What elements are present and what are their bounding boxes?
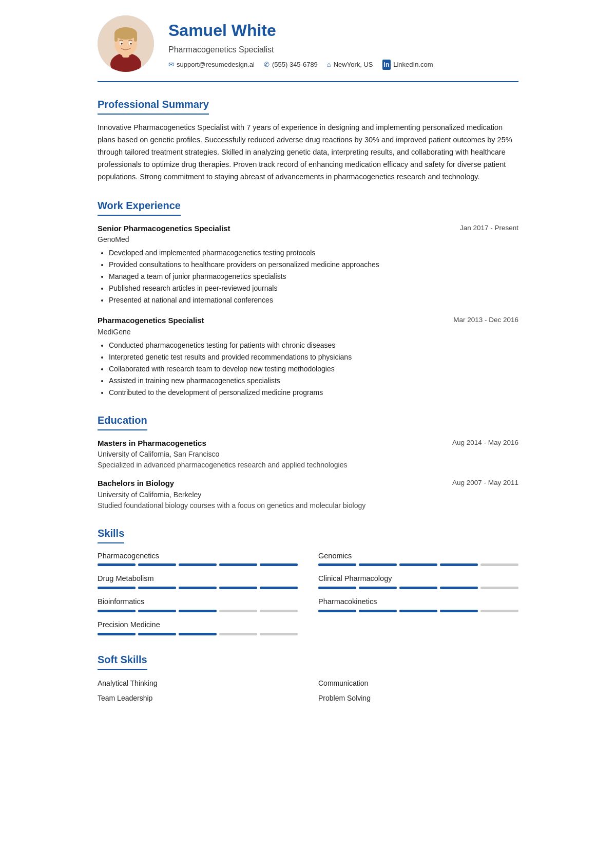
skill-segment	[138, 633, 176, 635]
bullet-item: Interpreted genetic test results and pro…	[109, 352, 518, 363]
skill-bar-5	[318, 610, 518, 612]
education-section: Education Masters in Pharmacogenetics Au…	[98, 412, 518, 511]
edu-school-1: University of California, Berkeley	[98, 490, 518, 500]
soft-skill-item-1: Communication	[318, 677, 518, 690]
job-title-0: Senior Pharmacogenetics Specialist	[98, 223, 230, 235]
phone-icon: ✆	[264, 60, 270, 70]
skill-segment	[440, 610, 478, 612]
bullet-item: Conducted pharmacogenetics testing for p…	[109, 340, 518, 351]
skill-name-1: Genomics	[318, 551, 518, 562]
soft-skill-item-0: Analytical Thinking	[98, 677, 298, 690]
bullet-item: Provided consultations to healthcare pro…	[109, 259, 518, 270]
bullet-item: Developed and implemented pharmacogeneti…	[109, 248, 518, 258]
svg-rect-6	[134, 33, 137, 42]
svg-point-9	[121, 43, 123, 45]
skill-segment	[260, 633, 298, 635]
bullet-item: Collaborated with research team to devel…	[109, 364, 518, 374]
header-info: Samuel White Pharmacogenetics Specialist…	[168, 18, 433, 70]
skill-segment	[480, 610, 518, 612]
candidate-name: Samuel White	[168, 18, 433, 43]
bullet-item: Managed a team of junior pharmacogenetic…	[109, 271, 518, 282]
skill-name-5: Pharmacokinetics	[318, 596, 518, 608]
contact-phone: ✆ (555) 345-6789	[264, 60, 318, 70]
skill-segment	[399, 610, 437, 612]
linkedin-value: LinkedIn.com	[393, 60, 433, 70]
skill-segment	[318, 563, 356, 566]
skill-segment	[98, 563, 136, 566]
edu-date-1: Aug 2007 - May 2011	[452, 478, 518, 488]
skill-segment	[138, 610, 176, 612]
skill-segment	[260, 587, 298, 589]
email-icon: ✉	[168, 60, 174, 70]
edu-degree-1: Bachelors in Biology	[98, 478, 174, 490]
skills-section: Skills PharmacogeneticsGenomicsDrug Meta…	[98, 525, 518, 637]
skill-segment	[219, 633, 257, 635]
skill-item-3: Clinical Pharmacology	[318, 573, 518, 589]
skill-segment	[98, 633, 136, 635]
edu-desc-0: Specialized in advanced pharmacogenetics…	[98, 460, 518, 471]
skill-segment	[179, 587, 217, 589]
education-title: Education	[98, 412, 147, 430]
soft-skills-title: Soft Skills	[98, 652, 147, 670]
skill-name-6: Precision Medicine	[98, 619, 298, 631]
skill-segment	[399, 563, 437, 566]
skill-segment	[138, 563, 176, 566]
skill-segment	[440, 587, 478, 589]
svg-rect-5	[114, 33, 118, 42]
bullet-item: Assisted in training new pharmacogenetic…	[109, 375, 518, 386]
skill-bar-1	[318, 563, 518, 566]
skill-bar-0	[98, 563, 298, 566]
location-value: NewYork, US	[334, 60, 373, 70]
skill-segment	[318, 587, 356, 589]
skill-item-5: Pharmacokinetics	[318, 596, 518, 612]
job-header-1: Pharmacogenetics Specialist MediGene Mar…	[98, 315, 518, 340]
contact-list: ✉ support@resumedesign.ai ✆ (555) 345-67…	[168, 60, 433, 70]
skill-segment	[138, 587, 176, 589]
soft-skill-item-2: Team Leadership	[98, 692, 298, 705]
email-value: support@resumedesign.ai	[177, 60, 255, 70]
edu-date-0: Aug 2014 - May 2016	[452, 438, 518, 448]
job-header-0: Senior Pharmacogenetics Specialist GenoM…	[98, 223, 518, 248]
job-bullets-1: Conducted pharmacogenetics testing for p…	[98, 340, 518, 398]
job-bullets-0: Developed and implemented pharmacogeneti…	[98, 248, 518, 306]
work-experience-section: Work Experience Senior Pharmacogenetics …	[98, 198, 518, 398]
skill-segment	[219, 587, 257, 589]
skill-segment	[480, 563, 518, 566]
skill-name-2: Drug Metabolism	[98, 573, 298, 585]
candidate-title: Pharmacogenetics Specialist	[168, 44, 433, 56]
job-title-1: Pharmacogenetics Specialist	[98, 315, 204, 327]
soft-skill-item-3: Problem Solving	[318, 692, 518, 705]
bullet-item: Presented at national and international …	[109, 295, 518, 306]
edu-header-1: Bachelors in Biology Aug 2007 - May 2011	[98, 478, 518, 490]
skill-segment	[318, 610, 356, 612]
edu-entry-1: Bachelors in Biology Aug 2007 - May 2011…	[98, 478, 518, 511]
skill-name-0: Pharmacogenetics	[98, 551, 298, 562]
summary-text: Innovative Pharmacogenetics Specialist w…	[98, 122, 518, 183]
skill-segment	[359, 587, 397, 589]
avatar	[98, 15, 154, 72]
job-entry-0: Senior Pharmacogenetics Specialist GenoM…	[98, 223, 518, 306]
edu-header-0: Masters in Pharmacogenetics Aug 2014 - M…	[98, 438, 518, 449]
skill-name-4: Bioinformatics	[98, 596, 298, 608]
location-icon: ⌂	[327, 60, 331, 70]
skill-segment	[440, 563, 478, 566]
contact-linkedin: in LinkedIn.com	[382, 60, 433, 70]
skill-item-6: Precision Medicine	[98, 619, 298, 635]
skill-segment	[179, 563, 217, 566]
job-company-1: MediGene	[98, 327, 204, 337]
header-section: Samuel White Pharmacogenetics Specialist…	[98, 15, 518, 82]
skill-bar-6	[98, 633, 298, 635]
bullet-item: Published research articles in peer-revi…	[109, 283, 518, 294]
job-company-0: GenoMed	[98, 234, 230, 245]
skills-grid: PharmacogeneticsGenomicsDrug MetabolismC…	[98, 551, 518, 637]
soft-skills-section: Soft Skills Analytical ThinkingCommunica…	[98, 652, 518, 705]
skill-segment	[98, 587, 136, 589]
soft-skills-grid: Analytical ThinkingCommunicationTeam Lea…	[98, 677, 518, 705]
contact-location: ⌂ NewYork, US	[327, 60, 373, 70]
svg-point-10	[130, 43, 132, 45]
linkedin-icon: in	[382, 60, 391, 70]
skills-title: Skills	[98, 525, 124, 543]
skill-item-0: Pharmacogenetics	[98, 551, 298, 567]
skill-item-1: Genomics	[318, 551, 518, 567]
skill-segment	[179, 610, 217, 612]
